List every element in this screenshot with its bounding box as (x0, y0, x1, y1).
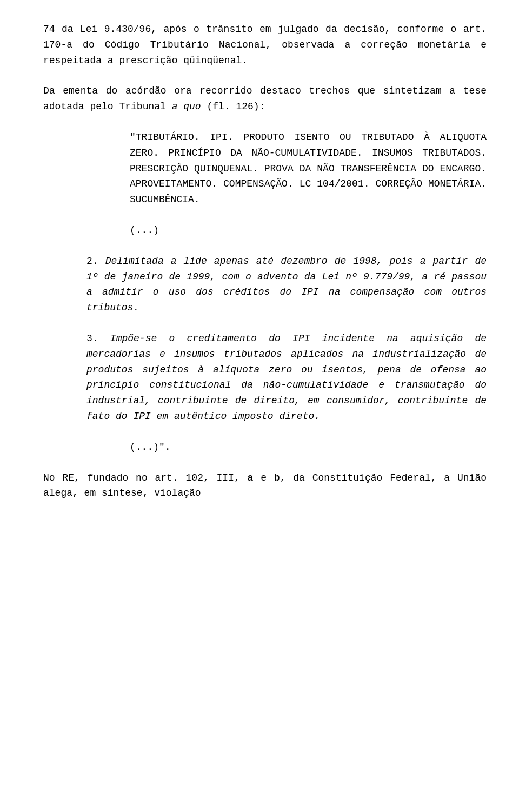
paragraph-1-text: 74 da Lei 9.430/96, após o trânsito em j… (43, 24, 487, 66)
ellipsis-1: (...) (130, 223, 487, 238)
item3-block: 3. Impõe-se o creditamento do IPI incide… (86, 331, 487, 424)
heading-text: "TRIBUTÁRIO. IPI. PRODUTO ISENTO OU TRIB… (130, 130, 487, 208)
final-para-b: b (274, 472, 280, 483)
item2-block: 2. Delimitada a lide apenas até dezembro… (86, 254, 487, 316)
page: 74 da Lei 9.430/96, após o trânsito em j… (0, 0, 519, 812)
item2-prefix: 2. (86, 256, 105, 267)
ellipsis-2: (...)". (130, 440, 487, 455)
item2-italic: Delimitada a lide apenas até dezembro de… (86, 256, 487, 313)
final-paragraph: No RE, fundado no art. 102, III, a e b, … (43, 470, 487, 502)
heading-block: "TRIBUTÁRIO. IPI. PRODUTO ISENTO OU TRIB… (130, 130, 487, 208)
ellipsis-2-block: (...)". (130, 440, 487, 455)
paragraph-1: 74 da Lei 9.430/96, após o trânsito em j… (43, 22, 487, 68)
item3-prefix: 3. (86, 333, 110, 344)
item2-text: 2. Delimitada a lide apenas até dezembro… (86, 254, 487, 316)
paragraph-2-italic: a quo (172, 101, 201, 112)
item3-text: 3. Impõe-se o creditamento do IPI incide… (86, 331, 487, 424)
final-para-a: a (248, 472, 254, 483)
ellipsis-1-block: (...) (130, 223, 487, 238)
final-para-prefix: No RE, fundado no art. 102, III, (43, 472, 248, 483)
paragraph-2: Da ementa do acórdão ora recorrido desta… (43, 83, 487, 115)
paragraph-2-suffix: (fl. 126): (201, 101, 265, 112)
item3-italic: Impõe-se o creditamento do IPI incidente… (86, 333, 487, 422)
final-para-and: e (253, 472, 274, 483)
